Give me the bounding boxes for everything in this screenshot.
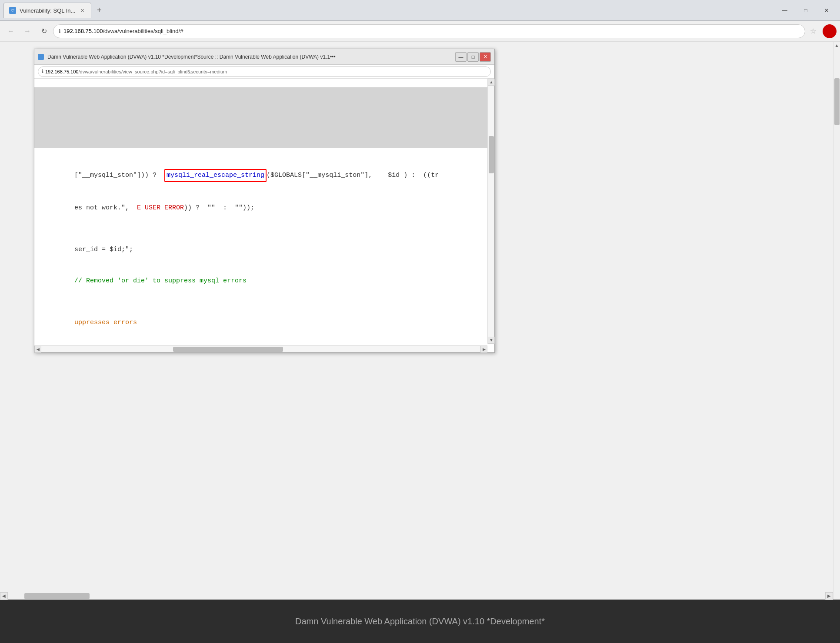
inner-horizontal-scrollbar: ◀ ▶ [34,345,487,352]
lock-icon: ℹ [59,28,61,34]
inner-browser-window: Damn Vulnerable Web Application (DVWA) v… [34,49,495,353]
code-content-area: ["__mysqli_ston"])) ? mysqli_real_escape… [34,79,494,352]
outer-browser: 🛡 Vulnerability: SQL In... ✕ + — □ ✕ ← →… [0,0,840,643]
bottom-scroll-thumb[interactable] [24,593,90,599]
upper-gray-region [34,87,494,148]
inner-vertical-scrollbar: ▲ ▼ [487,79,494,344]
inner-maximize-button[interactable]: □ [467,52,479,62]
tab-title: Vulnerability: SQL In... [20,7,75,14]
h-scroll-right-button[interactable]: ▶ [480,346,487,353]
bottom-scroll-track [8,592,825,600]
window-controls: — □ ✕ [775,3,837,17]
scroll-up-button[interactable]: ▲ [833,42,840,49]
inner-scroll-down-button[interactable]: ▼ [488,337,495,344]
inner-window-controls: — □ ✕ [455,52,491,62]
address-bar[interactable]: ℹ 192.168.75.100/dvwa/vulnerabilities/sq… [53,24,805,38]
title-bar: 🛡 Vulnerability: SQL In... ✕ + — □ ✕ [0,0,840,21]
code-line-5: // Removed 'or die' to suppress mysql er… [43,265,486,297]
footer-text: Damn Vulnerable Web Application (DVWA) v… [295,616,545,626]
maximize-button[interactable]: □ [796,3,816,17]
browser-tab[interactable]: 🛡 Vulnerability: SQL In... ✕ [3,3,91,18]
code-line-2: es not work.", E_USER_ERROR)) ? "" : "")… [43,192,486,224]
bottom-scroll-right-button[interactable]: ▶ [825,592,833,600]
new-tab-button[interactable]: + [93,4,105,17]
h-scroll-thumb[interactable] [173,347,283,352]
inner-close-button[interactable]: ✕ [480,52,491,62]
forward-button[interactable]: → [20,24,35,39]
bottom-scrollbar: ◀ ▶ [0,592,833,600]
inner-nav-bar: ℹ 192.168.75.100/dvwa/vulnerabilities/vi… [34,65,494,79]
inner-scroll-track [488,86,494,337]
outer-scrollbar: ▲ ▼ [833,42,840,643]
back-button[interactable]: ← [3,24,18,39]
h-scroll-left-button[interactable]: ◀ [34,346,41,353]
inner-title-bar: Damn Vulnerable Web Application (DVWA) v… [34,49,494,65]
bookmark-button[interactable]: ☆ [807,25,819,37]
tab-close-button[interactable]: ✕ [79,7,86,14]
h-scroll-track [41,346,480,353]
nav-bar: ← → ↻ ℹ 192.168.75.100/dvwa/vulnerabilit… [0,21,840,42]
address-text: 192.168.75.100/dvwa/vulnerabilities/sqli… [63,28,183,34]
inner-scroll-thumb[interactable] [489,136,494,174]
extension-button[interactable] [823,24,837,38]
highlighted-function: mysqli_real_escape_string [164,169,267,182]
scroll-thumb[interactable] [834,78,840,125]
code-line-4: ser_id = $id;"; [43,234,486,265]
inner-address-text: 192.168.75.100/dvwa/vulnerabilities/view… [45,69,227,74]
code-line-1: ["__mysqli_ston"])) ? mysqli_real_escape… [43,159,486,192]
inner-title-text: Damn Vulnerable Web Application (DVWA) v… [47,54,452,60]
inner-scroll-up-button[interactable]: ▲ [488,79,495,86]
inner-favicon [38,54,44,60]
code-line-7: uppresses errors [43,307,486,338]
refresh-button[interactable]: ↻ [37,24,51,39]
close-button[interactable]: ✕ [817,3,837,17]
footer-bar: Damn Vulnerable Web Application (DVWA) v… [0,600,840,643]
inner-minimize-button[interactable]: — [455,52,467,62]
inner-address-bar[interactable]: ℹ 192.168.75.100/dvwa/vulnerabilities/vi… [38,66,491,77]
inner-lock-icon: ℹ [42,69,43,74]
minimize-button[interactable]: — [775,3,795,17]
tab-favicon: 🛡 [9,7,16,14]
scroll-track [833,49,840,636]
bottom-scroll-left-button[interactable]: ◀ [0,592,8,600]
